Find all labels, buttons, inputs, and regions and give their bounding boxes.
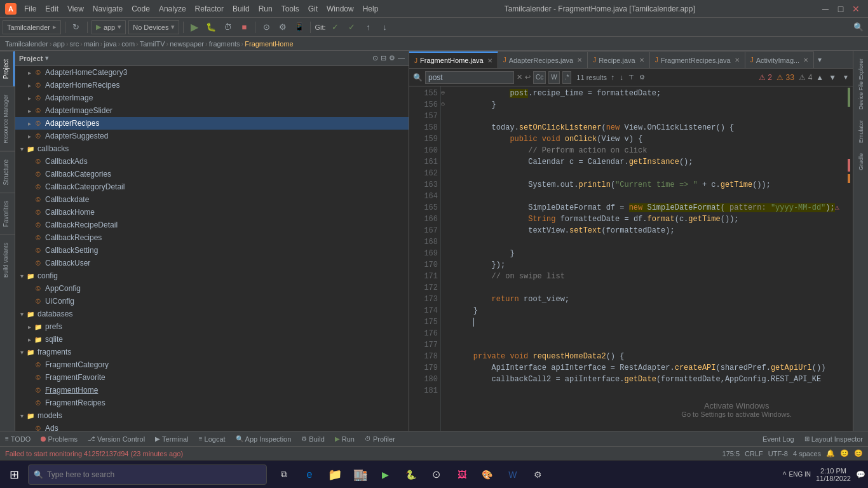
taskbar-chrome[interactable]: ⊙ [424, 463, 449, 487]
tree-item-AdapterSuggested[interactable]: ▸ © AdapterSuggested [15, 130, 409, 142]
project-settings-gear-icon[interactable]: ⚙ [389, 54, 395, 62]
tree-item-FragmentFavorite[interactable]: © FragmentFavorite [15, 371, 409, 384]
tree-item-FragmentHome[interactable]: © FragmentHome [15, 384, 409, 396]
menu-analyze[interactable]: Analyze [156, 3, 189, 15]
menu-window[interactable]: Window [324, 3, 356, 15]
git-check-icon[interactable]: ✓ [345, 20, 359, 34]
tab-FragmentRecipes[interactable]: J FragmentRecipes.java ✕ [650, 51, 745, 68]
search-word-button[interactable]: W [548, 71, 559, 84]
search-history-button[interactable]: ↩ [525, 73, 531, 81]
tree-item-AdapterHomeRecipes[interactable]: ▸ © AdapterHomeRecipes [15, 79, 409, 92]
code-content[interactable]: post.recipe_time = formattedDate; } toda… [450, 86, 845, 431]
tree-item-AdapterRecipes[interactable]: ▸ © AdapterRecipes [15, 117, 409, 130]
maximize-button[interactable]: □ [834, 2, 848, 16]
tree-item-AdapterHomeCategory3[interactable]: ▸ © AdapterHomeCategory3 [15, 66, 409, 79]
tab-AdapterRecipes[interactable]: J AdapterRecipes.java ✕ [498, 51, 588, 68]
tab-logcat[interactable]: ≡ Logcat [196, 434, 228, 444]
taskbar-python[interactable]: 🐍 [399, 463, 423, 487]
devices-dropdown[interactable]: No Devices ▾ [128, 20, 179, 34]
panel-tab-favorites[interactable]: Favorites [0, 193, 15, 234]
tab-run[interactable]: ▶ Run [332, 434, 357, 444]
tab-ActivityImag[interactable]: J ActivityImag... ✕ [745, 51, 814, 68]
project-collapse-icon[interactable]: ⊟ [381, 54, 386, 62]
breadcrumb-item-4[interactable]: java [104, 40, 116, 48]
git-commit-icon[interactable]: ✓ [329, 20, 342, 34]
menu-file[interactable]: File [22, 3, 39, 15]
tree-item-UiConfig[interactable]: © UiConfig [15, 295, 409, 308]
breadcrumb-item-5[interactable]: com [121, 40, 135, 48]
taskbar-search[interactable]: 🔍 Type here to search [28, 464, 267, 485]
layout-inspector-tab[interactable]: ⊞ Layout Inspector [802, 434, 865, 444]
scroll-up-button[interactable]: ▲ [815, 73, 825, 82]
notification-center-icon[interactable]: 💬 [856, 470, 865, 479]
breadcrumb-item-9[interactable]: FragmentHome [245, 40, 293, 48]
tree-item-prefs[interactable]: ▸ 📁 prefs [15, 320, 409, 333]
menu-help[interactable]: Help [360, 3, 381, 15]
gradle-icon[interactable]: ⚙ [276, 20, 290, 34]
tab-version-control[interactable]: ⎇ Version Control [85, 434, 147, 444]
taskbar-word[interactable]: W [501, 463, 525, 487]
search-everywhere-icon[interactable]: 🔍 [851, 20, 865, 34]
search-prev-button[interactable]: ↑ [609, 73, 616, 82]
taskbar-edge[interactable]: e [297, 463, 322, 487]
tree-item-CallbackSetting[interactable]: © CallbackSetting [15, 244, 409, 257]
panel-tab-build-variants[interactable]: Build Variants [0, 234, 15, 285]
tray-expand-icon[interactable]: ^ [783, 470, 787, 479]
project-hide-icon[interactable]: — [398, 54, 405, 62]
search-case-button[interactable]: Cc [533, 71, 546, 84]
project-scope-icon[interactable]: ⊙ [372, 54, 378, 62]
code-scroll-track[interactable] [845, 86, 853, 431]
breadcrumb-item-0[interactable]: Tamilcalender [5, 40, 48, 48]
taskbar-settings[interactable]: ⚙ [526, 463, 550, 487]
tree-item-CallbackCategories[interactable]: © CallbackCategories [15, 168, 409, 180]
clear-search-button[interactable]: ✕ [517, 73, 522, 81]
tree-item-fragments[interactable]: ▾ 📁 fragments [15, 346, 409, 358]
menu-run[interactable]: Run [256, 3, 275, 15]
tree-item-Ads[interactable]: © Ads [15, 422, 409, 431]
taskbar-task-view[interactable]: ⧉ [272, 463, 296, 487]
tab-Recipe[interactable]: J Recipe.java ✕ [588, 51, 649, 68]
tree-item-sqlite[interactable]: ▸ 📁 sqlite [15, 333, 409, 346]
panel-tab-resource[interactable]: Resource Manager [0, 86, 15, 151]
taskbar-photos[interactable]: 🖼 [450, 463, 474, 487]
breadcrumb-item-6[interactable]: TamilTV [140, 40, 165, 48]
menu-navigate[interactable]: Navigate [90, 3, 125, 15]
tab-overflow-button[interactable]: ▾ [814, 51, 825, 68]
tab-app-inspection[interactable]: 🔍 App Inspection [233, 434, 294, 444]
tree-item-CallbackAds[interactable]: © CallbackAds [15, 155, 409, 168]
menu-git[interactable]: Git [306, 3, 320, 15]
minimize-button[interactable]: ─ [818, 2, 832, 16]
avd-icon[interactable]: 📱 [292, 20, 306, 34]
stop-button[interactable]: ■ [237, 20, 251, 34]
breadcrumb-item-8[interactable]: fragments [209, 40, 240, 48]
close-button[interactable]: ✕ [849, 2, 863, 16]
run-button[interactable]: ▶ [187, 20, 201, 34]
breadcrumb-item-3[interactable]: main [84, 40, 99, 48]
project-settings-icon[interactable]: ▾ [45, 54, 49, 62]
tree-item-databases[interactable]: ▾ 📁 databases [15, 308, 409, 320]
scroll-down-button[interactable]: ▼ [827, 73, 837, 82]
search-settings-icon[interactable]: ⚙ [638, 74, 646, 81]
git-pull-icon[interactable]: ↓ [378, 20, 392, 34]
menu-refactor[interactable]: Refactor [193, 3, 226, 15]
panel-gradle[interactable]: Gradle [858, 148, 864, 175]
tree-item-CallbackHome[interactable]: © CallbackHome [15, 206, 409, 219]
tab-todo[interactable]: ≡ TODO [3, 434, 33, 444]
panel-tab-project[interactable]: Project [0, 51, 15, 86]
taskbar-explorer[interactable]: 📁 [323, 463, 347, 487]
toolbar-sync-icon[interactable]: ↻ [69, 20, 83, 34]
tree-item-CallbackCategoryDetail[interactable]: © CallbackCategoryDetail [15, 180, 409, 193]
tab-profiler[interactable]: ⏱ Profiler [362, 434, 398, 444]
tree-item-models[interactable]: ▾ 📁 models [15, 409, 409, 422]
debug-button[interactable]: 🐛 [204, 20, 218, 34]
tree-item-Callbackdate[interactable]: © Callbackdate [15, 193, 409, 206]
start-button[interactable]: ⊞ [3, 463, 25, 486]
app-dropdown[interactable]: ▶ app ▾ [92, 20, 126, 34]
project-dropdown[interactable]: Tamilcalender ▸ [3, 20, 61, 34]
tree-item-FragmentCategory[interactable]: © FragmentCategory [15, 358, 409, 371]
tree-item-callbacks[interactable]: ▾ 📁 callbacks [15, 142, 409, 155]
menu-view[interactable]: View [65, 3, 86, 15]
breadcrumb-item-1[interactable]: app [53, 40, 65, 48]
tab-close-button[interactable]: ✕ [639, 57, 644, 64]
menu-code[interactable]: Code [129, 3, 153, 15]
